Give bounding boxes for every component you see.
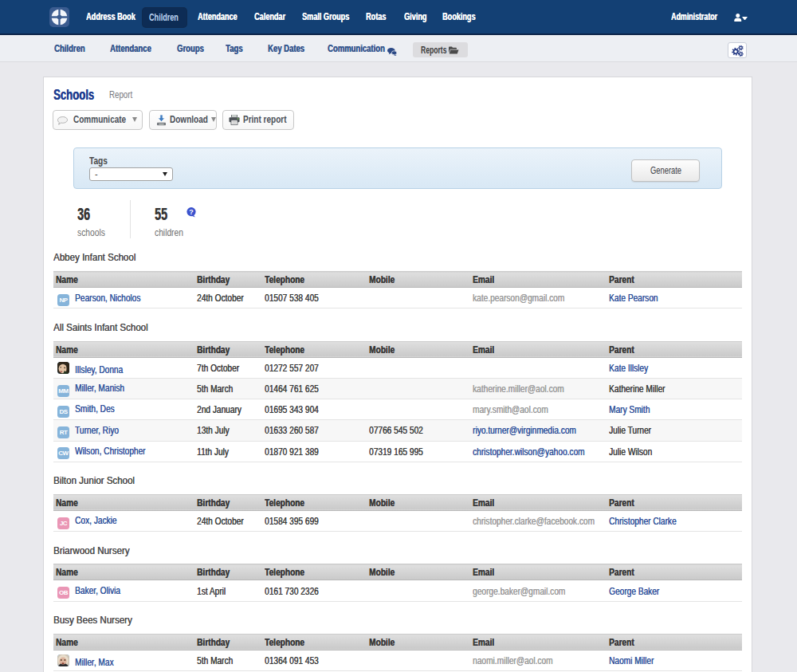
- svg-text:?: ?: [189, 208, 194, 216]
